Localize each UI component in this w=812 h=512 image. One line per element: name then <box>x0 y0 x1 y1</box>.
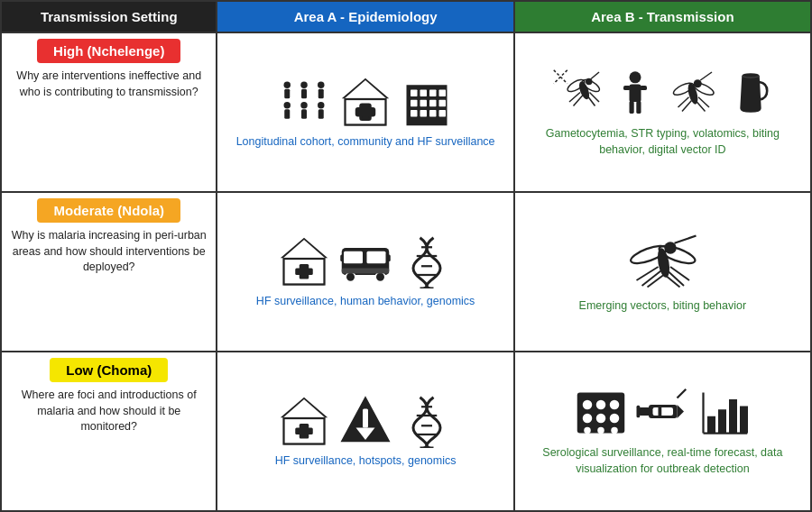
svg-rect-74 <box>630 101 634 114</box>
right-section-3: Serological surveillance, real-time fore… <box>515 352 810 510</box>
low-question: Where are foci and introductions of mala… <box>11 388 207 435</box>
high-badge: High (Nchelenge) <box>37 39 180 63</box>
svg-rect-115 <box>707 416 715 434</box>
svg-rect-109 <box>659 407 662 416</box>
area-b-header: Area B - Transmission <box>515 2 810 33</box>
svg-point-70 <box>630 71 641 83</box>
svg-line-63 <box>591 72 599 79</box>
svg-point-2 <box>300 81 308 88</box>
syringe-icon <box>635 386 689 440</box>
svg-point-98 <box>596 400 606 410</box>
svg-rect-1 <box>284 89 290 99</box>
svg-marker-31 <box>282 240 326 259</box>
svg-point-102 <box>610 414 620 424</box>
dna-icon-2 <box>400 394 454 448</box>
svg-rect-34 <box>295 268 313 275</box>
moderate-question: Why is malaria increasing in peri-urban … <box>11 228 207 276</box>
transmission-setting-header: Transmission Setting <box>2 2 216 33</box>
svg-rect-117 <box>729 399 737 434</box>
mid-caption-1: Longitudinal cohort, community and HF su… <box>236 134 495 151</box>
svg-line-90 <box>637 267 659 280</box>
mid-section-1: Longitudinal cohort, community and HF su… <box>217 33 512 193</box>
hospital-icon-3 <box>277 394 331 448</box>
high-section: High (Nchelenge) Why are interventions i… <box>2 33 216 193</box>
svg-rect-53 <box>363 408 368 427</box>
svg-point-40 <box>346 272 355 282</box>
mosquito-large-icon <box>622 230 703 293</box>
svg-point-103 <box>585 427 592 434</box>
svg-rect-16 <box>356 108 374 115</box>
svg-rect-9 <box>301 109 307 119</box>
person-icon <box>612 70 659 117</box>
svg-rect-108 <box>653 407 674 416</box>
svg-rect-5 <box>318 89 324 99</box>
bar-chart-icon <box>697 386 751 440</box>
mid-section-3: HF surveillance, hotspots, genomics <box>217 352 512 510</box>
svg-point-105 <box>612 427 619 434</box>
people-group-icon <box>277 75 331 129</box>
svg-rect-20 <box>429 89 437 96</box>
moderate-section: Moderate (Ndola) Why is malaria increasi… <box>2 193 216 352</box>
svg-rect-51 <box>295 427 313 434</box>
svg-point-97 <box>583 400 593 410</box>
svg-rect-25 <box>439 100 447 107</box>
svg-rect-24 <box>429 100 437 107</box>
svg-marker-48 <box>282 399 326 418</box>
hospital-icon-2 <box>277 234 331 288</box>
svg-point-104 <box>598 427 605 434</box>
right-caption-2: Emerging vectors, biting behavior <box>579 298 747 315</box>
svg-line-93 <box>670 267 689 280</box>
water-jug-icon <box>727 70 774 117</box>
main-container: Transmission Setting High (Nchelenge) Wh… <box>0 0 812 512</box>
svg-rect-23 <box>420 100 428 107</box>
moderate-badge: Moderate (Ndola) <box>37 198 180 223</box>
svg-rect-111 <box>637 406 641 418</box>
low-section: Low (Choma) Where are foci and introduct… <box>2 352 216 510</box>
svg-rect-42 <box>342 268 390 273</box>
svg-line-106 <box>678 389 687 398</box>
svg-point-0 <box>284 81 291 88</box>
right-icons-1 <box>550 67 774 121</box>
svg-rect-71 <box>630 85 641 103</box>
right-icons-3 <box>574 386 751 440</box>
svg-line-78 <box>701 72 713 80</box>
svg-point-41 <box>375 272 385 282</box>
svg-point-101 <box>596 414 606 424</box>
svg-rect-3 <box>301 89 307 99</box>
microplate-icon <box>574 386 628 440</box>
svg-point-6 <box>284 102 291 109</box>
bus-icon <box>338 234 392 288</box>
svg-rect-36 <box>344 251 363 264</box>
svg-rect-29 <box>439 110 447 117</box>
right-caption-3: Serological surveillance, real-time fore… <box>522 445 803 477</box>
svg-rect-18 <box>411 89 418 96</box>
svg-line-92 <box>648 275 664 288</box>
low-badge: Low (Choma) <box>50 358 168 382</box>
right-icons-2 <box>622 230 703 293</box>
right-column: Area B - Transmission <box>515 2 810 510</box>
hospital-icon <box>338 75 392 129</box>
mid-caption-2: HF surveillance, human behavior, genomic… <box>256 294 475 310</box>
svg-rect-28 <box>429 110 437 117</box>
mid-section-2: HF surveillance, human behavior, genomic… <box>217 193 512 352</box>
svg-point-100 <box>583 414 593 424</box>
middle-column: Area A - Epidemiology <box>217 2 514 510</box>
svg-rect-37 <box>367 251 386 264</box>
svg-rect-75 <box>637 101 641 114</box>
mosquito-icon-2 <box>666 67 720 121</box>
svg-marker-13 <box>344 80 387 99</box>
right-caption-1: Gametocytemia, STR typing, volatomics, b… <box>522 126 803 158</box>
svg-point-10 <box>318 102 325 109</box>
area-a-header: Area A - Epidemiology <box>217 2 512 33</box>
svg-rect-11 <box>318 109 324 119</box>
svg-line-87 <box>675 235 697 242</box>
high-question: Why are interventions ineffective and wh… <box>11 69 207 100</box>
mid-icons-2 <box>277 234 454 288</box>
svg-rect-72 <box>623 86 631 90</box>
right-section-1: Gametocytemia, STR typing, volatomics, b… <box>515 33 810 193</box>
svg-rect-39 <box>387 254 391 261</box>
mid-icons-1 <box>277 75 454 129</box>
svg-rect-21 <box>439 89 447 96</box>
svg-rect-118 <box>740 407 748 434</box>
svg-rect-110 <box>639 407 651 416</box>
